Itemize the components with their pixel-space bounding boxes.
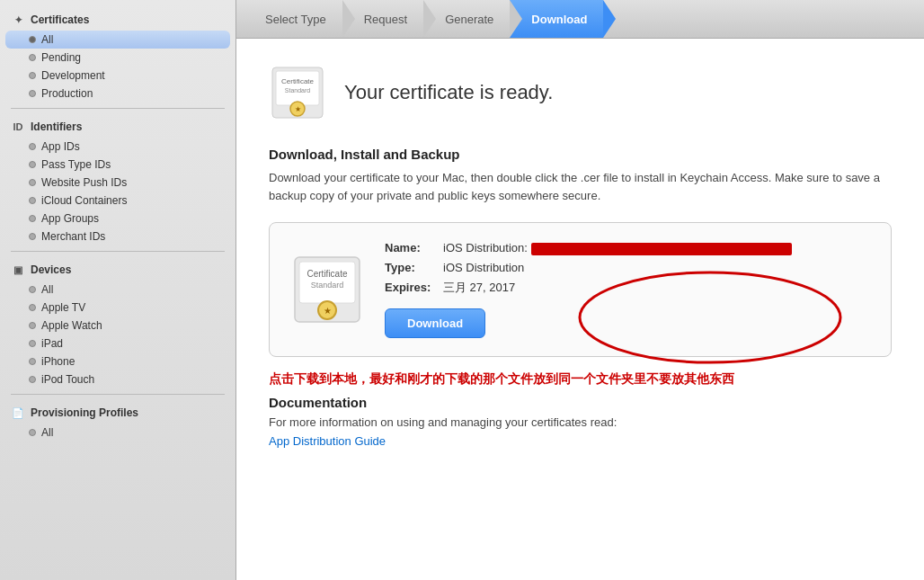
sidebar-item-label: All	[41, 283, 53, 296]
dot-icon	[29, 322, 36, 329]
sidebar-item-label: Apple Watch	[41, 319, 102, 332]
devices-section-header: ▣ Devices	[0, 257, 235, 281]
sidebar-item-label: App IDs	[41, 140, 80, 153]
app-distribution-guide-link[interactable]: App Distribution Guide	[269, 434, 386, 448]
dot-icon	[29, 179, 36, 186]
cert-type-field: Type: iOS Distribution	[385, 261, 869, 274]
dot-icon	[29, 215, 36, 222]
sidebar-item-label: Apple TV	[41, 301, 85, 314]
step-label: Request	[364, 13, 407, 26]
step-select-type[interactable]: Select Type	[244, 0, 342, 38]
provisioning-section-header: 📄 Provisioning Profiles	[0, 400, 235, 424]
dot-icon	[29, 54, 36, 61]
sidebar-item-ipad[interactable]: iPad	[0, 335, 235, 352]
step-label: Generate	[445, 13, 493, 26]
content-area: Certificate Standard ★ Your certificate …	[236, 39, 924, 580]
sidebar-item-certs-all[interactable]: All	[5, 31, 230, 49]
divider	[11, 108, 225, 109]
dot-icon	[29, 358, 36, 365]
step-generate[interactable]: Generate	[423, 0, 510, 38]
svg-text:Standard: Standard	[311, 281, 344, 290]
certificates-label: Certificates	[31, 13, 89, 26]
redacted-name-bar	[531, 243, 792, 255]
cert-ready-text: Your certificate is ready.	[344, 81, 553, 104]
cert-type-label: Type:	[385, 261, 443, 274]
dot-icon	[29, 340, 36, 347]
main-area: Select Type Request Generate Download Ce…	[236, 0, 924, 580]
cert-expires-value: 三月 27, 2017	[443, 280, 515, 296]
divider	[11, 251, 225, 252]
cert-ready-banner: Certificate Standard ★ Your certificate …	[269, 64, 892, 121]
dot-icon	[29, 161, 36, 168]
sidebar-item-certs-prod[interactable]: Production	[0, 85, 235, 103]
sidebar-item-label: iPad	[41, 337, 63, 350]
dot-icon	[29, 197, 36, 204]
sidebar-item-label: iCloud Containers	[41, 194, 127, 207]
devices-label: Devices	[31, 263, 71, 276]
dot-icon	[29, 36, 36, 43]
download-section-desc: Download your certificate to your Mac, t…	[269, 169, 892, 204]
doc-desc: For more information on using and managi…	[269, 415, 892, 429]
sidebar-item-app-ids[interactable]: App IDs	[0, 138, 235, 156]
dot-icon	[29, 429, 36, 436]
sidebar-item-apple-tv[interactable]: Apple TV	[0, 299, 235, 317]
dot-icon	[29, 233, 36, 240]
sidebar-item-website-push-ids[interactable]: Website Push IDs	[0, 174, 235, 192]
divider	[11, 394, 225, 395]
download-button[interactable]: Download	[385, 308, 485, 338]
svg-text:Standard: Standard	[285, 87, 311, 94]
identifiers-label: Identifiers	[31, 120, 82, 133]
sidebar-item-certs-pending[interactable]: Pending	[0, 49, 235, 67]
sidebar-item-app-groups[interactable]: App Groups	[0, 210, 235, 228]
identifiers-section-header: ID Identifiers	[0, 114, 235, 138]
svg-text:★: ★	[295, 105, 301, 113]
cert-type-value: iOS Distribution	[443, 261, 524, 274]
sidebar-item-merchant-ids[interactable]: Merchant IDs	[0, 228, 235, 245]
cert-details: Name: iOS Distribution: Type: iOS Distri…	[385, 241, 869, 338]
steps-bar: Select Type Request Generate Download	[236, 0, 924, 39]
sidebar-item-label: All	[41, 426, 53, 439]
sidebar-item-icloud-containers[interactable]: iCloud Containers	[0, 192, 235, 210]
certificate-icon-large: Certificate Standard ★	[291, 254, 363, 326]
sidebar-item-label: iPhone	[41, 355, 75, 368]
cert-expires-label: Expires:	[385, 281, 443, 294]
sidebar-item-label: Pass Type IDs	[41, 158, 111, 171]
sidebar-item-iphone[interactable]: iPhone	[0, 352, 235, 370]
sidebar-item-label: App Groups	[41, 212, 99, 225]
sidebar-item-label: Development	[41, 69, 105, 82]
dot-icon	[29, 376, 36, 383]
cert-name-label: Name:	[385, 241, 443, 254]
sidebar-item-devices-all[interactable]: All	[0, 281, 235, 299]
dot-icon	[29, 286, 36, 293]
dot-icon	[29, 72, 36, 79]
download-section-title: Download, Install and Backup	[269, 147, 892, 162]
sidebar-item-certs-dev[interactable]: Development	[0, 67, 235, 85]
devices-icon: ▣	[11, 263, 25, 277]
sidebar-item-pass-type-ids[interactable]: Pass Type IDs	[0, 156, 235, 174]
sidebar-item-label: Production	[41, 87, 93, 100]
annotation-text: 点击下载到本地，最好和刚才的下载的那个文件放到同一个文件夹里不要放其他东西	[269, 371, 892, 388]
cert-expires-field: Expires: 三月 27, 2017	[385, 280, 869, 296]
cert-card: Certificate Standard ★ Name: iOS Distrib…	[269, 222, 892, 357]
sidebar-item-label: Merchant IDs	[41, 230, 105, 243]
identifiers-icon: ID	[11, 120, 25, 134]
provisioning-label: Provisioning Profiles	[31, 406, 138, 419]
doc-section-title: Documentation	[269, 395, 892, 410]
cert-name-value: iOS Distribution:	[443, 241, 792, 255]
sidebar-item-prov-all[interactable]: All	[0, 424, 235, 442]
dot-icon	[29, 90, 36, 97]
sidebar-item-label: iPod Touch	[41, 373, 94, 386]
dot-icon	[29, 143, 36, 150]
step-label: Download	[531, 13, 587, 26]
sidebar-item-ipod-touch[interactable]: iPod Touch	[0, 370, 235, 388]
sidebar-item-label: Pending	[41, 51, 81, 64]
cert-name-field: Name: iOS Distribution:	[385, 241, 869, 255]
sidebar-item-apple-watch[interactable]: Apple Watch	[0, 317, 235, 335]
sidebar: ✦ Certificates All Pending Development P…	[0, 0, 236, 580]
step-download[interactable]: Download	[510, 0, 603, 38]
sidebar-item-label: All	[41, 33, 53, 46]
svg-text:★: ★	[324, 306, 332, 316]
svg-text:Certificate: Certificate	[307, 269, 347, 279]
certificates-section-header: ✦ Certificates	[0, 7, 235, 31]
step-label: Select Type	[265, 13, 326, 26]
